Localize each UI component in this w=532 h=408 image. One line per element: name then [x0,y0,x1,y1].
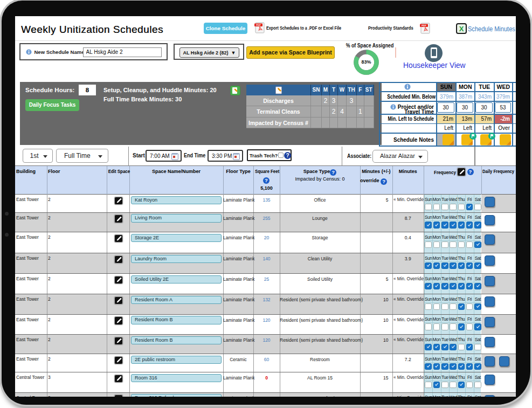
svg-text:X: X [459,25,464,33]
svg-text:PDF: PDF [422,24,426,27]
svg-text:PDF: PDF [256,24,261,26]
